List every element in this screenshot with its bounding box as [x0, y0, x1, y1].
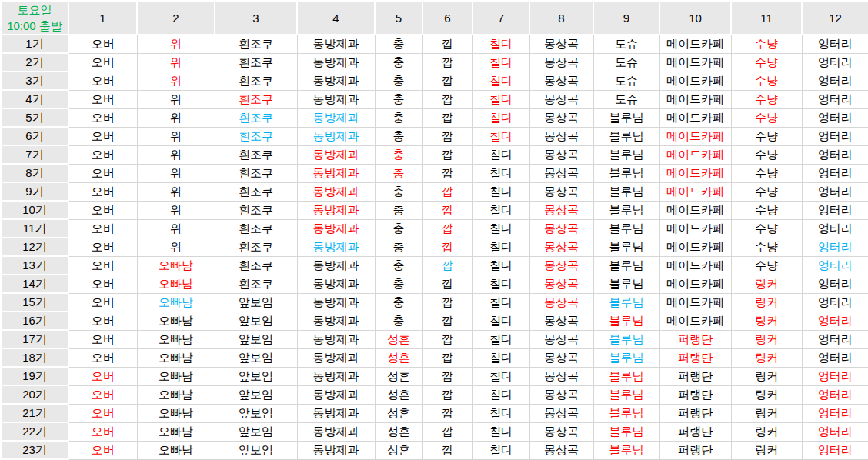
- table-cell[interactable]: 퍼랭단: [659, 330, 731, 348]
- table-cell[interactable]: 동방제과: [297, 145, 375, 164]
- table-cell[interactable]: 몽상곡: [529, 201, 593, 219]
- row-label[interactable]: 12기: [1, 238, 68, 256]
- table-cell[interactable]: 메이드카페: [659, 256, 731, 275]
- row-label[interactable]: 9기: [1, 182, 68, 201]
- table-cell[interactable]: 흰조쿠: [215, 219, 297, 238]
- table-cell[interactable]: 오버: [68, 53, 137, 72]
- table-cell[interactable]: 오빠남: [137, 404, 215, 422]
- table-cell[interactable]: 오버: [68, 164, 137, 182]
- table-cell[interactable]: 메이드카페: [659, 90, 731, 108]
- row-label[interactable]: 6기: [1, 127, 68, 145]
- table-cell[interactable]: 링커: [731, 367, 802, 385]
- table-cell[interactable]: 깝: [422, 127, 472, 145]
- table-cell[interactable]: 오버: [68, 256, 137, 275]
- table-cell[interactable]: 오버: [68, 145, 137, 164]
- table-cell[interactable]: 오빠남: [137, 422, 215, 441]
- table-cell[interactable]: 깝: [422, 72, 472, 90]
- table-cell[interactable]: 엉터리: [802, 108, 868, 127]
- table-cell[interactable]: 오버: [68, 127, 137, 145]
- table-cell[interactable]: 동방제과: [297, 53, 375, 72]
- column-header-12[interactable]: 12: [802, 1, 868, 35]
- table-cell[interactable]: 충: [375, 164, 422, 182]
- table-cell[interactable]: 동방제과: [297, 275, 375, 293]
- row-label[interactable]: 7기: [1, 145, 68, 164]
- table-cell[interactable]: 오버: [68, 219, 137, 238]
- table-cell[interactable]: 동방제과: [297, 293, 375, 312]
- table-cell[interactable]: 칠디: [472, 385, 529, 404]
- table-cell[interactable]: 칠디: [472, 72, 529, 90]
- table-cell[interactable]: 오빠남: [137, 256, 215, 275]
- table-cell[interactable]: 동방제과: [297, 385, 375, 404]
- row-label[interactable]: 22기: [1, 422, 68, 441]
- table-cell[interactable]: 충: [375, 238, 422, 256]
- table-cell[interactable]: 오버: [68, 72, 137, 90]
- table-cell[interactable]: 깝: [422, 385, 472, 404]
- table-cell[interactable]: 동방제과: [297, 422, 375, 441]
- table-cell[interactable]: 오버: [68, 348, 137, 367]
- table-cell[interactable]: 메이드카페: [659, 219, 731, 238]
- table-cell[interactable]: 링커: [731, 385, 802, 404]
- table-cell[interactable]: 엉터리: [802, 293, 868, 312]
- table-cell[interactable]: 블루님: [593, 127, 659, 145]
- table-cell[interactable]: 링커: [731, 441, 802, 459]
- table-cell[interactable]: 엉터리: [802, 330, 868, 348]
- table-cell[interactable]: 블루님: [593, 312, 659, 330]
- table-cell[interactable]: 흰조쿠: [215, 53, 297, 72]
- table-cell[interactable]: 몽상곡: [529, 330, 593, 348]
- table-cell[interactable]: 엉터리: [802, 422, 868, 441]
- table-cell[interactable]: 엉터리: [802, 164, 868, 182]
- table-cell[interactable]: 링커: [731, 312, 802, 330]
- table-cell[interactable]: 앞보임: [215, 348, 297, 367]
- table-cell[interactable]: 메이드카페: [659, 182, 731, 201]
- table-cell[interactable]: 몽상곡: [529, 90, 593, 108]
- table-cell[interactable]: 링커: [731, 293, 802, 312]
- table-cell[interactable]: 몽상곡: [529, 367, 593, 385]
- table-cell[interactable]: 링커: [731, 404, 802, 422]
- table-cell[interactable]: 오버: [68, 367, 137, 385]
- table-cell[interactable]: 수냥: [731, 108, 802, 127]
- table-cell[interactable]: 메이드카페: [659, 275, 731, 293]
- table-cell[interactable]: 오빠남: [137, 275, 215, 293]
- column-header-11[interactable]: 11: [731, 1, 802, 35]
- table-cell[interactable]: 동방제과: [297, 348, 375, 367]
- table-cell[interactable]: 흰조쿠: [215, 35, 297, 53]
- table-cell[interactable]: 엉터리: [802, 201, 868, 219]
- table-cell[interactable]: 도슈: [593, 90, 659, 108]
- table-cell[interactable]: 동방제과: [297, 367, 375, 385]
- table-cell[interactable]: 몽상곡: [529, 127, 593, 145]
- table-cell[interactable]: 위: [137, 219, 215, 238]
- table-cell[interactable]: 깝: [422, 404, 472, 422]
- table-cell[interactable]: 오버: [68, 385, 137, 404]
- table-cell[interactable]: 퍼랭단: [659, 404, 731, 422]
- table-cell[interactable]: 블루님: [593, 330, 659, 348]
- table-cell[interactable]: 깝: [422, 441, 472, 459]
- table-cell[interactable]: 흰조쿠: [215, 164, 297, 182]
- table-cell[interactable]: 몽상곡: [529, 312, 593, 330]
- table-cell[interactable]: 몽상곡: [529, 219, 593, 238]
- table-cell[interactable]: 동방제과: [297, 90, 375, 108]
- table-cell[interactable]: 성흔: [375, 422, 422, 441]
- table-cell[interactable]: 메이드카페: [659, 312, 731, 330]
- table-cell[interactable]: 깝: [422, 164, 472, 182]
- table-cell[interactable]: 엉터리: [802, 367, 868, 385]
- row-label[interactable]: 16기: [1, 312, 68, 330]
- table-cell[interactable]: 깝: [422, 182, 472, 201]
- column-header-8[interactable]: 8: [529, 1, 593, 35]
- table-cell[interactable]: 엉터리: [802, 441, 868, 459]
- table-cell[interactable]: 위: [137, 127, 215, 145]
- table-cell[interactable]: 앞보임: [215, 385, 297, 404]
- table-cell[interactable]: 칠디: [472, 293, 529, 312]
- table-cell[interactable]: 앞보임: [215, 404, 297, 422]
- table-cell[interactable]: 깝: [422, 53, 472, 72]
- row-label[interactable]: 11기: [1, 219, 68, 238]
- table-cell[interactable]: 충: [375, 35, 422, 53]
- table-cell[interactable]: 칠디: [472, 127, 529, 145]
- table-cell[interactable]: 오버: [68, 201, 137, 219]
- table-cell[interactable]: 충: [375, 108, 422, 127]
- table-cell[interactable]: 충: [375, 256, 422, 275]
- table-cell[interactable]: 흰조쿠: [215, 108, 297, 127]
- table-cell[interactable]: 메이드카페: [659, 127, 731, 145]
- column-header-3[interactable]: 3: [215, 1, 297, 35]
- table-cell[interactable]: 성흔: [375, 441, 422, 459]
- table-cell[interactable]: 퍼랭단: [659, 348, 731, 367]
